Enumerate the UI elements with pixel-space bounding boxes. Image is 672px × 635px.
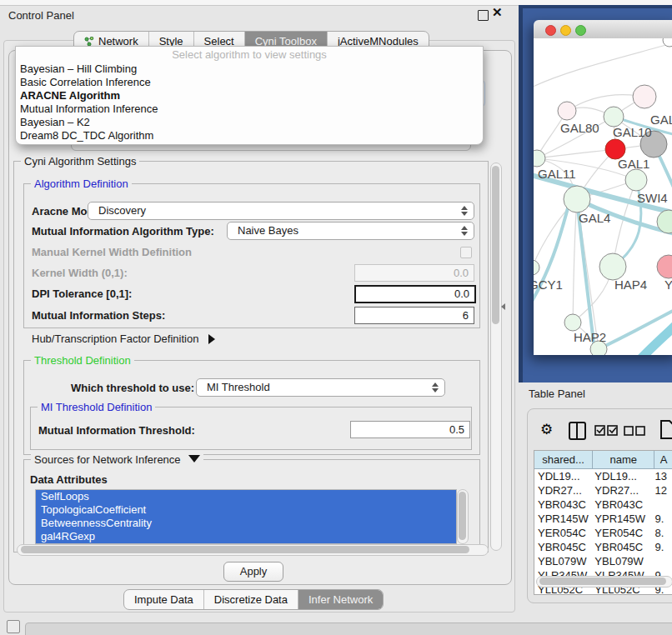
node-label: GAL4 [579, 211, 610, 225]
control-panel-title: Control Panel [8, 9, 74, 22]
attribute-item-gal4rgexp[interactable]: gal4RGexp [36, 530, 456, 543]
table-horizontal-scrollbar[interactable] [536, 576, 672, 588]
tab-label: Infer Network [308, 593, 373, 606]
scrollbar-thumb[interactable] [492, 166, 499, 324]
network-canvas[interactable]: GAL GAL80 GAL10 GAL1 GAL11 SWI4 GAL4 GCY… [534, 38, 672, 355]
table-row[interactable]: YDL19... YDL19... 13 [534, 469, 672, 483]
bottom-collapsed-panel[interactable] [25, 622, 672, 635]
table-file-icon[interactable] [660, 420, 672, 442]
dropdown-item-bayesian-hill-climbing[interactable]: Bayesian – Hill Climbing [16, 62, 483, 76]
network-window: GAL GAL80 GAL10 GAL1 GAL11 SWI4 GAL4 GCY… [534, 20, 672, 355]
dropdown-item-aracne[interactable]: ARACNE Algorithm [16, 89, 483, 102]
column-header-partial[interactable]: A [654, 451, 672, 468]
dropdown-item-basic-correlation[interactable]: Basic Correlation Inference [16, 76, 483, 89]
scrollbar-thumb[interactable] [539, 578, 666, 585]
scrollbar-thumb[interactable] [459, 492, 466, 540]
kernel-width-field[interactable]: 0.0 [354, 264, 474, 282]
node-label: GAL80 [560, 121, 599, 135]
node-label: HAP2 [574, 330, 606, 344]
settings-group-title: Cyni Algorithm Settings [21, 155, 139, 168]
node-gal4[interactable] [564, 186, 590, 212]
column-header-name[interactable]: name [593, 451, 654, 468]
node-label: GAL [650, 112, 672, 127]
attributes-horizontal-scrollbar[interactable] [17, 544, 489, 556]
cell-name: YBR043C [591, 498, 651, 512]
scrollbar-thumb[interactable] [21, 546, 469, 553]
stepper-icon[interactable] [460, 226, 467, 236]
select-all-checkboxes-icon[interactable] [594, 425, 618, 438]
stepper-icon[interactable] [431, 382, 438, 392]
attribute-item-betweennesscentrality[interactable]: BetweennessCentrality [36, 517, 456, 530]
attributes-vertical-scrollbar[interactable] [457, 489, 469, 544]
screenshot-root: Control Panel ✕ Network Style Select Cyn… [0, 0, 672, 635]
node-gal80[interactable] [558, 102, 576, 120]
close-traffic-light-icon[interactable] [545, 25, 556, 36]
node-pink-right[interactable] [657, 255, 672, 278]
split-columns-icon[interactable] [569, 422, 586, 440]
settings-vertical-scrollbar[interactable] [490, 162, 502, 551]
combobox-value: MI Threshold [207, 379, 270, 396]
table-row[interactable]: YER054C YER054C 8. [534, 526, 672, 540]
dropdown-item-mutual-information[interactable]: Mutual Information Inference [16, 102, 483, 116]
close-icon[interactable]: ✕ [492, 5, 503, 20]
dropdown-item-dream8[interactable]: Dream8 DC_TDC Algorithm [16, 129, 483, 142]
tab-impute-data[interactable]: Impute Data [124, 590, 204, 609]
mi-algorithm-type-combobox[interactable]: Naive Bayes [227, 222, 474, 240]
attribute-item-selfloops[interactable]: SelfLoops [36, 490, 456, 503]
node-label: Y [664, 278, 672, 292]
deselect-checkboxes-icon[interactable] [624, 426, 645, 438]
tab-infer-network[interactable]: Infer Network [298, 590, 383, 609]
algorithm-definition-title: Algorithm Definition [31, 178, 132, 190]
tab-discretize-data[interactable]: Discretize Data [204, 590, 298, 609]
tab-label: Impute Data [134, 593, 193, 606]
cell-value: 9. [652, 540, 672, 554]
node-gal10[interactable] [604, 107, 624, 127]
hub-definition-label: Hub/Transcription Factor Definition [32, 332, 198, 345]
aracne-mode-combobox[interactable]: Discovery [88, 202, 474, 220]
mi-steps-field[interactable]: 6 [354, 307, 474, 324]
dropdown-item-bayesian-k2[interactable]: Bayesian – K2 [16, 116, 483, 129]
algorithm-dropdown-list: Select algorithm to view settings Bayesi… [15, 46, 484, 145]
table-settings-gear-icon[interactable]: ⚙ [540, 422, 555, 439]
cell-value: 9. [652, 512, 672, 526]
stepper-icon[interactable] [460, 206, 467, 216]
cell-shared-name: YBR045C [534, 540, 591, 554]
network-window-titlebar[interactable] [534, 20, 672, 39]
node-gal11[interactable] [534, 150, 545, 167]
cell-value: 8. [652, 526, 672, 540]
mi-algorithm-type-label: Mutual Information Algorithm Type: [32, 225, 214, 238]
cell-name: YDR27... [591, 483, 651, 498]
network-icon [84, 37, 94, 47]
mi-steps-label: Mutual Information Steps: [32, 309, 165, 322]
dock-panel-icon[interactable] [7, 620, 20, 633]
table-row[interactable]: YBL079W YBL079W [534, 554, 672, 568]
panel-divider-handle[interactable] [501, 303, 505, 310]
mi-threshold-field[interactable]: 0.5 [350, 421, 470, 438]
node-label: GAL10 [613, 125, 652, 139]
node-gal-partial[interactable] [633, 85, 656, 108]
node-hap4[interactable] [599, 253, 626, 280]
manual-kernel-width-checkbox[interactable] [460, 247, 472, 258]
dpi-tolerance-field[interactable]: 0.0 [354, 285, 476, 303]
cell-value: 12 [652, 483, 672, 498]
node-hap2[interactable] [564, 314, 581, 331]
column-header-shared-name[interactable]: shared... [534, 451, 593, 468]
node-gcy1[interactable] [534, 260, 539, 275]
sources-expander[interactable]: Sources for Network Inference [31, 453, 203, 466]
table-row[interactable]: YBR045C YBR045C 9. [534, 540, 672, 554]
node-gal1[interactable] [625, 169, 647, 191]
cell-shared-name: YER054C [534, 526, 591, 540]
table-row[interactable]: YDR27... YDR27... 12 [534, 483, 672, 498]
threshold-definition-title: Threshold Definition [31, 354, 134, 367]
table-row[interactable]: YBR043C YBR043C [534, 498, 672, 512]
which-threshold-combobox[interactable]: MI Threshold [196, 378, 445, 397]
apply-button[interactable]: Apply [223, 562, 283, 582]
hub-definition-expander[interactable]: Hub/Transcription Factor Definition [32, 332, 215, 345]
attribute-item-topologicalcoefficient[interactable]: TopologicalCoefficient [36, 503, 456, 517]
zoom-traffic-light-icon[interactable] [575, 25, 586, 36]
cell-shared-name: YPR145W [534, 512, 591, 526]
node-label: SWI4 [637, 191, 668, 205]
float-window-icon[interactable] [478, 10, 489, 21]
table-row[interactable]: YPR145W YPR145W 9. [534, 512, 672, 526]
minimize-traffic-light-icon[interactable] [560, 25, 571, 36]
